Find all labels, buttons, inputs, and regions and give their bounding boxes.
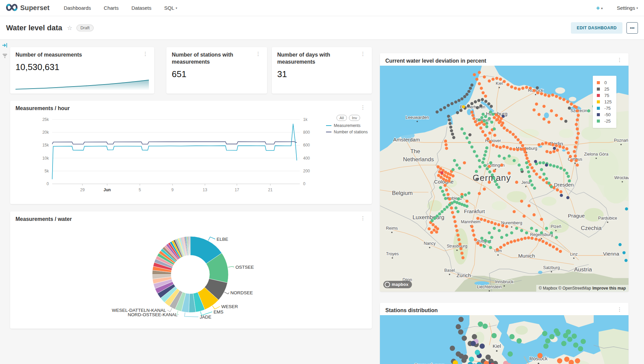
- station-dot: [474, 238, 477, 241]
- station-dot: [513, 210, 516, 213]
- station-dot: [444, 140, 447, 143]
- map-city-label: Poznań: [614, 138, 628, 143]
- station-dot: [490, 236, 493, 239]
- kebab-menu-icon[interactable]: ⋮: [255, 52, 262, 56]
- station-dot: [517, 238, 520, 241]
- legend-all-button[interactable]: All: [336, 115, 347, 121]
- station-dot: [624, 259, 627, 262]
- donut-label: WESER: [221, 304, 238, 309]
- kebab-menu-icon[interactable]: ⋮: [142, 52, 149, 56]
- station-dot: [453, 159, 456, 162]
- superset-logo[interactable]: Superset: [6, 4, 50, 12]
- station-dot: [478, 165, 481, 168]
- nav-item-dashboards[interactable]: Dashboards: [64, 5, 91, 11]
- nav-item-sql[interactable]: SQL▾: [164, 5, 177, 11]
- station-dot: [518, 88, 521, 91]
- station-dot: [494, 222, 497, 225]
- station-dot: [543, 343, 549, 349]
- new-item-button[interactable]: +▾: [596, 4, 603, 12]
- svg-text:21: 21: [268, 188, 273, 192]
- settings-menu[interactable]: Settings▾: [617, 5, 638, 11]
- map-city-label: The: [410, 148, 420, 155]
- nav-item-charts[interactable]: Charts: [104, 5, 119, 11]
- station-dot: [556, 148, 559, 152]
- legend-inv-button[interactable]: Inv: [349, 115, 360, 121]
- dashboard-header: Water level data ☆ Draft EDIT DASHBOARD …: [0, 16, 644, 40]
- station-dot: [552, 245, 555, 249]
- map-city-label: Reims: [386, 226, 398, 231]
- stations-map[interactable]: KielRostockBremerhaven: [380, 315, 629, 364]
- kebab-menu-icon[interactable]: ⋮: [616, 307, 623, 312]
- map-legend-row: -50: [597, 112, 612, 117]
- legend-entry[interactable]: Number of stations: [326, 130, 371, 134]
- station-dot: [562, 98, 566, 101]
- station-dot: [464, 193, 467, 196]
- expand-filter-bar-icon[interactable]: [2, 42, 8, 49]
- station-dot: [487, 220, 490, 223]
- deviation-map[interactable]: KielRostockSzczecinLeeuwardenBremerhaven…: [380, 66, 629, 292]
- station-dot: [439, 186, 442, 189]
- station-dot: [538, 113, 541, 116]
- edit-dashboard-button[interactable]: EDIT DASHBOARD: [571, 22, 622, 34]
- station-dot: [528, 175, 531, 178]
- station-dot: [501, 122, 504, 125]
- filter-icon[interactable]: [2, 53, 8, 60]
- station-dot: [480, 237, 483, 240]
- station-dot: [475, 155, 478, 158]
- station-dot: [436, 214, 439, 218]
- more-options-button[interactable]: •••: [626, 22, 638, 34]
- mapbox-icon: [385, 282, 390, 287]
- station-dot: [499, 146, 502, 149]
- station-dot: [552, 150, 555, 153]
- legend-entry[interactable]: Measurements: [326, 123, 371, 128]
- map-legend: 02575125-75-50-25: [593, 76, 616, 128]
- station-dot: [575, 159, 578, 162]
- nav-item-datasets[interactable]: Datasets: [131, 5, 151, 11]
- donut-label: OSTSEE: [235, 265, 254, 270]
- station-dot: [456, 210, 459, 213]
- station-dot: [482, 91, 485, 94]
- station-dot: [520, 200, 523, 203]
- mapbox-logo[interactable]: mapbox: [383, 281, 412, 288]
- station-dot: [433, 217, 436, 220]
- map-city-label: Liechtenstein: [477, 285, 502, 289]
- station-dot: [484, 150, 487, 153]
- kebab-menu-icon[interactable]: ⋮: [359, 52, 366, 56]
- station-dot: [483, 120, 486, 123]
- station-dot: [497, 115, 500, 118]
- map-city-label: Leeuwarden: [406, 115, 429, 120]
- station-dot: [489, 161, 492, 164]
- station-dot: [468, 90, 471, 93]
- station-dot: [460, 127, 463, 130]
- improve-map-link[interactable]: Improve this map: [592, 286, 626, 291]
- chevron-down-icon: ▾: [636, 6, 638, 10]
- favorite-star-icon[interactable]: ☆: [67, 24, 72, 32]
- station-dot: [499, 246, 502, 249]
- chevron-down-icon: ▾: [601, 7, 603, 10]
- station-dot: [513, 148, 516, 151]
- station-dot: [469, 357, 474, 362]
- station-dot: [432, 229, 436, 232]
- kpi-title: Number of measurements: [15, 52, 82, 59]
- station-dot: [455, 229, 458, 232]
- station-dot: [480, 116, 483, 119]
- station-dot: [505, 225, 508, 228]
- svg-text:20k: 20k: [42, 130, 49, 135]
- station-dot: [488, 131, 491, 134]
- attribution-text[interactable]: © Mapbox © OpenStreetMap: [539, 286, 591, 291]
- station-dot: [506, 129, 509, 132]
- station-dot: [523, 148, 526, 152]
- station-dot: [559, 167, 562, 170]
- kebab-menu-icon[interactable]: ⋮: [616, 58, 623, 62]
- station-dot: [471, 145, 474, 148]
- station-dot: [513, 159, 516, 162]
- station-dot: [510, 86, 513, 89]
- map-attribution: © Mapbox © OpenStreetMapImprove this map: [536, 285, 629, 292]
- station-dot: [525, 231, 528, 234]
- station-dot: [503, 361, 509, 364]
- kebab-menu-icon[interactable]: ⋮: [359, 216, 366, 221]
- kebab-menu-icon[interactable]: ⋮: [359, 105, 366, 110]
- station-dot: [521, 144, 524, 147]
- map-legend-swatch: [597, 100, 600, 103]
- station-dot: [448, 118, 451, 121]
